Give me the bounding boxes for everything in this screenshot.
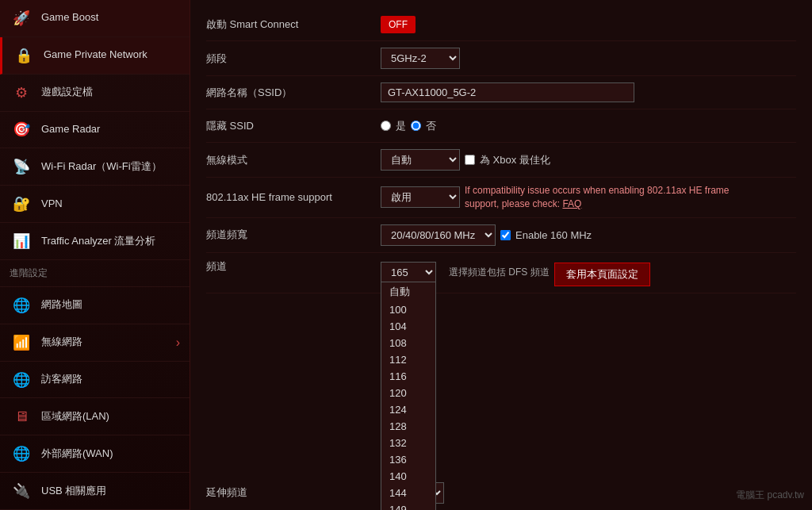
xbox-optimize-label: 為 Xbox 最佳化 (480, 153, 550, 167)
wireless-icon: 📶 (10, 331, 33, 355)
faq-link[interactable]: FAQ (562, 198, 581, 209)
vpn-icon: 🔐 (10, 192, 33, 216)
sidebar-item-network-map[interactable]: 🌐 網路地圖 (0, 287, 190, 324)
channel-row: 頻道 165 選擇頻道包括 DFS 頻道 自動 100 104 108 112 … (206, 253, 796, 293)
wireless-mode-select[interactable]: 自動 (381, 149, 460, 171)
channel-option-108[interactable]: 108 (381, 335, 435, 351)
apply-button[interactable]: 套用本頁面設定 (554, 263, 650, 286)
sidebar-item-label: 區域網路(LAN) (41, 410, 109, 424)
wireless-mode-label: 無線模式 (206, 153, 381, 167)
traffic-analyzer-icon: 📊 (10, 229, 33, 253)
sidebar-item-label: Game Private Network (44, 48, 147, 62)
sidebar-item-wifi-radar[interactable]: 📡 Wi-Fi Radar（Wi-Fi雷達） (0, 148, 190, 186)
game-radar-icon: 🎯 (10, 117, 33, 141)
ax-frame-label: 802.11ax HE frame support (206, 191, 381, 203)
wireless-mode-row: 無線模式 自動 為 Xbox 最佳化 (206, 143, 796, 178)
ax-frame-control: 啟用 停用 If compatibility issue occurs when… (381, 184, 796, 211)
sidebar-item-usb[interactable]: 🔌 USB 相關應用 (0, 473, 190, 510)
lan-icon: 🖥 (10, 405, 33, 428)
ax-frame-select[interactable]: 啟用 停用 (381, 186, 460, 208)
sidebar-item-label: Wi-Fi Radar（Wi-Fi雷達） (41, 160, 162, 174)
ssid-label: 網路名稱（SSID） (206, 86, 381, 100)
sidebar-item-game-radar[interactable]: 🎯 Game Radar (0, 112, 190, 149)
sidebar-item-label: USB 相關應用 (41, 485, 106, 498)
channel-option-136[interactable]: 136 (381, 451, 435, 468)
usb-icon: 🔌 (10, 479, 33, 503)
channel-option-112[interactable]: 112 (381, 351, 435, 368)
network-map-icon: 🌐 (10, 293, 33, 317)
band-select[interactable]: 5GHz-2 2.4GHz 5GHz-1 (381, 48, 460, 69)
watermark: 電腦王 pcadv.tw (736, 489, 804, 502)
sidebar-item-label: 外部網路(WAN) (41, 447, 113, 461)
sidebar-item-label: Game Radar (41, 123, 100, 136)
hide-ssid-yes[interactable] (381, 121, 391, 131)
sidebar-item-lan[interactable]: 🖥 區域網路(LAN) (0, 398, 190, 435)
channel-option-104[interactable]: 104 (381, 318, 435, 335)
guest-network-icon: 🌐 (10, 368, 33, 392)
sidebar-item-label: 遊戲設定檔 (41, 86, 93, 99)
sidebar-item-label: Traffic Analyzer 流量分析 (41, 235, 155, 248)
hide-ssid-control: 是 否 (381, 119, 796, 133)
band-label: 頻段 (206, 52, 381, 66)
enable-160mhz-checkbox[interactable] (500, 230, 511, 240)
channel-option-132[interactable]: 132 (381, 435, 435, 451)
channel-dropdown: 自動 100 104 108 112 116 120 124 128 132 1… (381, 282, 436, 510)
smart-connect-label: 啟動 Smart Connect (206, 17, 381, 32)
sidebar-item-youxi-shezhi[interactable]: ⚙ 遊戲設定檔 (0, 75, 190, 112)
channel-option-149[interactable]: 149 (381, 501, 435, 510)
sidebar-item-label: 無線網路 (41, 336, 82, 349)
wifi-radar-icon: 📡 (10, 155, 33, 178)
xbox-optimize-checkbox[interactable] (465, 155, 475, 165)
ssid-input[interactable] (381, 82, 634, 102)
extension-channel-label: 延伸頻道 (206, 485, 381, 500)
enable-160mhz-label: Enable 160 MHz (515, 229, 592, 241)
channel-select[interactable]: 165 (381, 262, 436, 283)
extension-channel-control (381, 482, 796, 504)
sidebar-item-vpn[interactable]: 🔐 VPN (0, 186, 190, 223)
game-boost-icon: 🚀 (10, 6, 33, 30)
sidebar: 🚀 Game Boost 🔒 Game Private Network ⚙ 遊戲… (0, 0, 190, 510)
channel-label: 頻道 (206, 259, 381, 274)
youxi-shezhi-icon: ⚙ (10, 81, 33, 105)
channel-option-144[interactable]: 144 (381, 485, 435, 501)
hide-ssid-label: 隱藏 SSID (206, 119, 381, 133)
sidebar-item-game-private-network[interactable]: 🔒 Game Private Network (0, 37, 190, 75)
ssid-row: 網路名稱（SSID） (206, 76, 796, 109)
channel-width-row: 頻道頻寬 20/40/80/160 MHz Enable 160 MHz (206, 218, 796, 253)
sidebar-item-game-boost[interactable]: 🚀 Game Boost (0, 0, 190, 37)
channel-option-128[interactable]: 128 (381, 418, 435, 435)
sidebar-item-guest-network[interactable]: 🌐 訪客網路 (0, 362, 190, 399)
sidebar-item-wireless[interactable]: 📶 無線網路 › (0, 324, 190, 362)
channel-option-100[interactable]: 100 (381, 301, 435, 318)
dfs-note: 選擇頻道包括 DFS 頻道 (449, 266, 550, 279)
hide-ssid-row: 隱藏 SSID 是 否 (206, 109, 796, 143)
sidebar-item-label: 訪客網路 (41, 373, 82, 386)
sidebar-item-label: 網路地圖 (41, 298, 82, 312)
channel-option-124[interactable]: 124 (381, 401, 435, 418)
channel-option-116[interactable]: 116 (381, 368, 435, 385)
channel-control: 165 選擇頻道包括 DFS 頻道 自動 100 104 108 112 116… (381, 259, 796, 286)
wan-icon: 🌐 (10, 442, 33, 466)
hide-ssid-no-label: 否 (426, 119, 436, 133)
ax-frame-row: 802.11ax HE frame support 啟用 停用 If compa… (206, 178, 796, 218)
extension-channel-row: 延伸頻道 (206, 476, 796, 510)
sidebar-item-wan[interactable]: 🌐 外部網路(WAN) (0, 435, 190, 473)
channel-option-140[interactable]: 140 (381, 468, 435, 485)
advanced-section-title: 進階設定 (0, 260, 190, 287)
sidebar-item-label: Game Boost (41, 11, 98, 25)
smart-connect-control: OFF (381, 16, 796, 33)
channel-option-120[interactable]: 120 (381, 385, 435, 401)
channel-width-select[interactable]: 20/40/80/160 MHz (381, 224, 496, 246)
band-control: 5GHz-2 2.4GHz 5GHz-1 (381, 48, 796, 69)
sidebar-item-traffic-analyzer[interactable]: 📊 Traffic Analyzer 流量分析 (0, 223, 190, 260)
sidebar-item-label: VPN (41, 197, 63, 211)
game-private-network-icon: 🔒 (12, 44, 36, 67)
channel-width-control: 20/40/80/160 MHz Enable 160 MHz (381, 224, 796, 246)
smart-connect-toggle[interactable]: OFF (381, 16, 416, 33)
wireless-expand-icon: › (176, 336, 180, 350)
hide-ssid-yes-label: 是 (396, 119, 406, 133)
smart-connect-row: 啟動 Smart Connect OFF (206, 8, 796, 41)
channel-option-auto[interactable]: 自動 (381, 282, 435, 301)
channel-width-label: 頻道頻寬 (206, 228, 381, 242)
hide-ssid-no[interactable] (411, 121, 421, 131)
